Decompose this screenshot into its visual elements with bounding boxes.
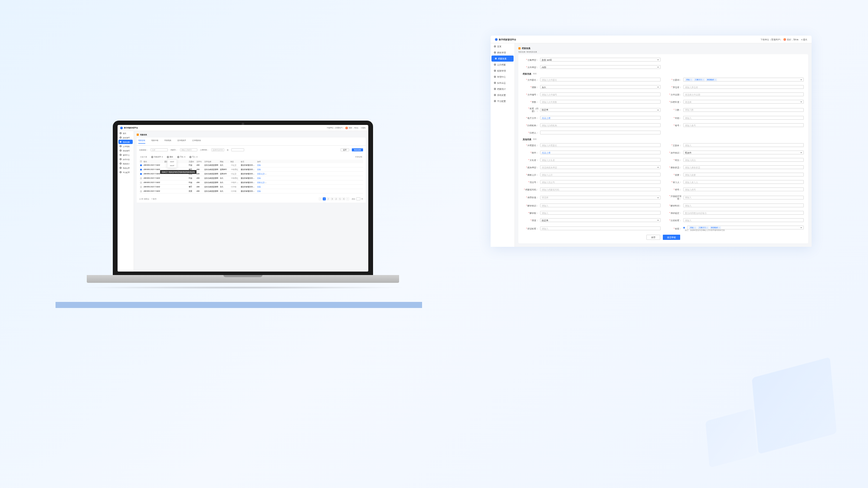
radio[interactable] xyxy=(683,227,685,229)
export-option-excel[interactable]: excel xyxy=(167,164,177,167)
avatar[interactable] xyxy=(345,127,348,129)
tab-4[interactable]: 已归档案卷 xyxy=(192,138,201,144)
sidebar-item-9[interactable]: 平台配置 xyxy=(118,170,134,174)
sidebar-item-6[interactable]: 操作日志 xyxy=(118,157,134,161)
row-action[interactable]: 提交审核 xyxy=(261,181,268,183)
page-number[interactable]: 2 xyxy=(327,197,330,200)
form-text-input[interactable]: 请输入责任者 xyxy=(683,85,804,89)
form-text-input[interactable]: 请输入简注 xyxy=(683,158,804,162)
sidebar-item-0[interactable]: 首页 xyxy=(118,131,134,135)
logout-link[interactable]: ⎋ 退出 xyxy=(801,38,807,41)
sidebar-item-8[interactable]: 系统设置 xyxy=(491,92,514,98)
form-text-input[interactable]: 请输入文件题名 xyxy=(540,78,661,82)
sidebar-item-2[interactable]: 档案收集 xyxy=(118,140,133,144)
form-upload[interactable]: 点击上传 xyxy=(540,116,661,120)
row-action[interactable]: 查看 xyxy=(257,168,261,170)
row-action[interactable]: 提交审核 xyxy=(261,173,268,175)
row-checkbox[interactable] xyxy=(140,190,142,192)
form-text-input[interactable]: 请输入录入人 xyxy=(683,180,804,184)
form-text-input[interactable]: 请输入 xyxy=(683,218,804,222)
form-text-input[interactable]: 请输入格号 xyxy=(683,123,804,127)
org-selector[interactable]: 下级单位（普通用户） xyxy=(760,38,782,41)
form-select-input[interactable]: 内部 xyxy=(540,65,661,69)
page-prev[interactable]: ‹ xyxy=(319,197,322,200)
tab-1[interactable]: 档案审核 xyxy=(151,138,158,144)
row-action[interactable]: 查看 xyxy=(257,173,261,175)
row-checkbox[interactable] xyxy=(140,186,142,188)
sidebar-item-7[interactable]: 档案统计 xyxy=(118,161,134,166)
form-text-input[interactable]: 请输入 xyxy=(540,203,661,207)
form-text-input[interactable]: 请输入 xyxy=(540,211,661,215)
row-action[interactable]: 查看 xyxy=(257,177,261,179)
row-checkbox[interactable] xyxy=(140,169,142,170)
form-select-input[interactable]: 请选择 xyxy=(540,196,661,200)
tab-0[interactable]: 档案接收 xyxy=(138,138,145,144)
row-checkbox[interactable] xyxy=(140,164,142,166)
form-select-input[interactable]: 永久 xyxy=(540,85,661,89)
sidebar-item-3[interactable]: 公开档案 xyxy=(491,62,514,68)
avatar[interactable] xyxy=(783,38,786,41)
form-text-input[interactable]: 请输入文件页数 xyxy=(540,100,661,104)
form-tags-input[interactable]: 黄板大事演习新增略称 xyxy=(683,78,804,82)
page-number[interactable]: 3 xyxy=(331,197,334,200)
form-text-input[interactable]: 请输入提要 xyxy=(683,173,804,177)
row-checkbox[interactable] xyxy=(140,177,142,179)
tool-delete[interactable]: 删除 xyxy=(167,156,173,158)
tab-3[interactable]: 应归档案件 xyxy=(177,138,186,144)
form-text-input[interactable]: 请输入归档机构 xyxy=(540,123,661,127)
form-text-input[interactable]: 请输入 xyxy=(683,143,804,147)
reset-button[interactable]: 重置 xyxy=(341,148,349,151)
sidebar-item-1[interactable]: 接收管理 xyxy=(118,135,134,140)
sidebar-item-2[interactable]: 档案收集 xyxy=(491,56,514,62)
filter-keyword-input[interactable]: 请输入关键字 xyxy=(180,148,197,151)
submit-button[interactable]: 提交审核 xyxy=(663,235,680,240)
form-text-input[interactable]: 请输入文件编号 xyxy=(540,92,661,96)
filter-type-select[interactable]: 全部 xyxy=(151,148,168,151)
row-action[interactable]: 查看 xyxy=(257,190,261,192)
page-number[interactable]: 1 xyxy=(323,197,326,200)
save-button[interactable]: 保存 xyxy=(646,235,660,240)
tool-sort[interactable]: 智能排序▾ xyxy=(151,156,163,158)
page-jump-input[interactable] xyxy=(356,197,360,200)
sidebar-item-3[interactable]: 公开档案 xyxy=(118,144,134,148)
sidebar-item-7[interactable]: 档案统计 xyxy=(491,86,514,92)
form-text-input[interactable]: 请输入公开 xyxy=(540,173,661,177)
sidebar-item-4[interactable]: 权限管理 xyxy=(491,68,514,74)
page-next[interactable]: › xyxy=(346,197,349,200)
form-text-input[interactable]: 请输入 xyxy=(683,203,804,207)
search-button[interactable]: 高级搜索 xyxy=(352,148,363,151)
row-action[interactable]: 查看 xyxy=(257,181,261,183)
form-select-input[interactable]: 请选择 xyxy=(683,100,804,104)
form-upload[interactable]: 点击上传 xyxy=(540,151,661,154)
form-text-input[interactable]: 请输入接收状态 xyxy=(683,165,804,169)
sidebar-item-8[interactable]: 系统设置 xyxy=(118,166,134,170)
row-action[interactable]: 查看 xyxy=(257,164,261,166)
form-select-input[interactable]: 政务 ws42 xyxy=(540,58,661,62)
form-text-input[interactable]: 整治内部整法内容备注 xyxy=(683,211,804,215)
page-number[interactable]: 6 xyxy=(342,197,345,200)
page-number[interactable]: 4 xyxy=(334,197,337,200)
form-text-input[interactable]: 请输入 xyxy=(683,116,804,120)
org-selector[interactable]: 下级单位（普通用户） xyxy=(327,127,344,129)
form-text-input[interactable]: 请输入 xyxy=(540,226,661,230)
sidebar-item-5[interactable]: 管理中心 xyxy=(118,153,134,157)
form-text-input[interactable]: 请选择文件日期 xyxy=(683,92,804,96)
page-number[interactable]: 5 xyxy=(338,197,341,200)
row-checkbox[interactable] xyxy=(140,173,142,175)
row-action[interactable]: 查看 xyxy=(257,186,261,188)
form-select-input[interactable]: 有原件 xyxy=(683,151,804,154)
columns-config[interactable]: 列表定制 xyxy=(355,156,362,158)
form-text-input[interactable]: 请输入档案馆代码 xyxy=(540,187,661,191)
tab-2[interactable]: 特校档案 xyxy=(164,138,171,144)
sidebar-item-1[interactable]: 接收管理 xyxy=(491,49,514,56)
form-select-input[interactable]: 请选择媒体类型 xyxy=(540,165,661,169)
filter-date-from[interactable]: 选择开始时间 xyxy=(211,148,224,151)
form-text-input[interactable] xyxy=(540,131,661,134)
sidebar-item-4[interactable]: 权限管理 xyxy=(118,148,134,153)
tool-import[interactable]: 导入▾ xyxy=(190,156,197,158)
logout-link[interactable]: ⎋ 退出 xyxy=(361,127,366,129)
form-select-input[interactable]: 段定类 xyxy=(540,108,661,112)
form-text-input[interactable]: 请输入共有题名 xyxy=(540,143,661,147)
form-select-input[interactable]: 段定类 xyxy=(540,218,661,222)
sidebar-item-5[interactable]: 管理中心 xyxy=(491,74,514,80)
